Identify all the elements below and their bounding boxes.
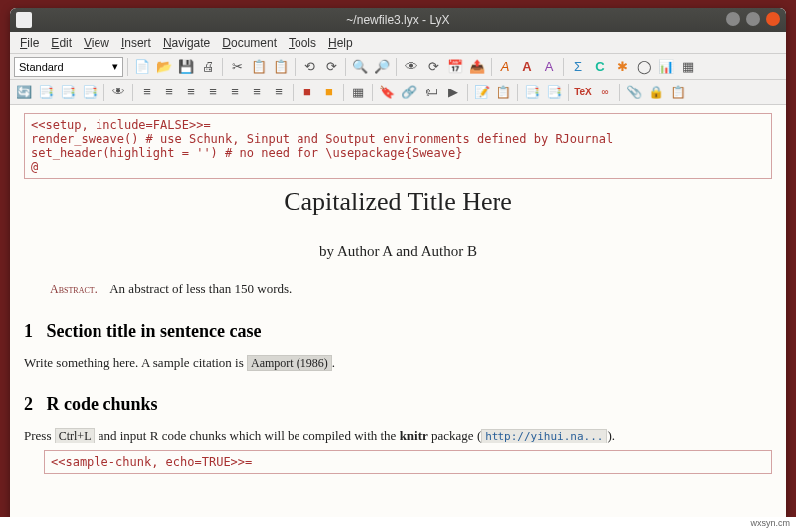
menu-file[interactable]: File	[14, 34, 45, 52]
doc-icon[interactable]: 📑	[544, 83, 564, 102]
view-icon[interactable]: 👁	[401, 57, 421, 77]
paragraph-style-select[interactable]: Standard ▾	[14, 57, 123, 77]
table-icon[interactable]: ▦	[678, 57, 697, 77]
text: Write something here. A sample citation …	[24, 355, 247, 370]
window-title: ~/newfile3.lyx - LyX	[346, 13, 449, 27]
menu-edit[interactable]: Edit	[45, 34, 78, 52]
list-icon[interactable]: ≡	[181, 83, 201, 102]
style-label: Standard	[19, 61, 64, 73]
undo-icon[interactable]: ⟲	[299, 57, 319, 77]
separator	[396, 58, 397, 76]
new-doc-icon[interactable]: 📄	[132, 57, 152, 77]
export-icon[interactable]: 📤	[467, 57, 487, 77]
box-icon[interactable]: ■	[298, 83, 317, 102]
minimize-button[interactable]	[726, 12, 740, 26]
menubar: File Edit View Insert Navigate Document …	[10, 32, 786, 54]
tool-icon[interactable]: 📑	[80, 83, 100, 102]
section-1-heading[interactable]: 1 Section title in sentence case	[24, 321, 772, 342]
maximize-button[interactable]	[746, 12, 760, 26]
open-icon[interactable]: 📂	[154, 57, 174, 77]
list-icon[interactable]: ≡	[269, 83, 289, 102]
toolbar-row-2: 🔄 📑 📑 📑 👁 ≡ ≡ ≡ ≡ ≡ ≡ ≡ ■ ■ ▦ 🔖 🔗 🏷 ▶ 📝 …	[10, 80, 786, 105]
save-icon[interactable]: 💾	[176, 57, 196, 77]
box-icon[interactable]: ■	[319, 83, 339, 102]
note-icon[interactable]: 📋	[494, 83, 513, 102]
find-icon[interactable]: 🔍	[350, 57, 370, 77]
source-icon[interactable]: ∞	[595, 83, 615, 102]
separator	[343, 84, 344, 101]
find-replace-icon[interactable]: 🔎	[372, 57, 392, 77]
clip-icon[interactable]: 📎	[624, 83, 644, 102]
document-title[interactable]: Capitalized Title Here	[24, 187, 772, 217]
app-window: ~/newfile3.lyx - LyX File Edit View Inse…	[10, 8, 786, 520]
doc-icon[interactable]: 📑	[522, 83, 542, 102]
label-icon[interactable]: ◯	[634, 57, 654, 77]
document-area[interactable]: <<setup, include=FALSE>>= render_sweave(…	[10, 105, 786, 520]
separator	[293, 84, 294, 101]
footnote-icon[interactable]: ✱	[612, 57, 632, 77]
text: .	[332, 355, 335, 370]
abstract-text: An abstract of less than 150 words.	[109, 281, 292, 296]
menu-view[interactable]: View	[78, 34, 115, 52]
tool-icon[interactable]: 📑	[58, 83, 78, 102]
url-inset[interactable]: http://yihui.na...	[481, 429, 607, 443]
paragraph-1[interactable]: Write something here. A sample citation …	[24, 354, 772, 372]
abstract-label: Abstract.	[50, 282, 98, 296]
copy-icon[interactable]: 📋	[249, 57, 269, 77]
section-2-heading[interactable]: 2 R code chunks	[24, 394, 772, 415]
menu-document[interactable]: Document	[216, 34, 283, 52]
paragraph-2[interactable]: Press Ctrl+L and input R code chunks whi…	[24, 427, 772, 444]
menu-tools[interactable]: Tools	[283, 34, 322, 52]
link-icon[interactable]: 🔗	[399, 83, 419, 102]
arrow-icon[interactable]: ▶	[443, 83, 463, 102]
menu-insert[interactable]: Insert	[115, 34, 157, 52]
separator	[467, 84, 468, 101]
separator	[103, 84, 104, 101]
note-icon[interactable]: 📝	[472, 83, 492, 102]
separator	[132, 84, 133, 101]
cite-icon[interactable]: C	[590, 57, 610, 77]
math-icon[interactable]: Σ	[568, 57, 588, 77]
tool-icon[interactable]: 📑	[36, 83, 56, 102]
menu-help[interactable]: Help	[322, 34, 359, 52]
list-icon[interactable]: ≡	[247, 83, 267, 102]
tex-icon[interactable]: TeX	[573, 83, 593, 102]
author-line[interactable]: by Author A and Author B	[24, 243, 772, 260]
outline-icon[interactable]: 👁	[108, 83, 128, 102]
section-number: 2	[24, 394, 33, 414]
ref-icon[interactable]: 🔖	[377, 83, 397, 102]
graphics-icon[interactable]: 📊	[656, 57, 676, 77]
list-icon[interactable]: ≡	[203, 83, 223, 102]
paste-icon[interactable]: 📋	[271, 57, 291, 77]
list-icon[interactable]: ≡	[225, 83, 245, 102]
keystroke-inset[interactable]: Ctrl+L	[55, 428, 96, 443]
code-chunk-sample[interactable]: <<sample-chunk, echo=TRUE>>=	[44, 450, 772, 474]
noun-icon[interactable]: A	[539, 57, 559, 77]
code-chunk-setup[interactable]: <<setup, include=FALSE>>= render_sweave(…	[24, 113, 772, 179]
emph-icon[interactable]: A	[496, 57, 515, 77]
text: and input R code chunks which will be co…	[95, 428, 399, 443]
nav-icon[interactable]: 📅	[445, 57, 465, 77]
bold-icon[interactable]: A	[517, 57, 537, 77]
cut-icon[interactable]: ✂	[227, 57, 247, 77]
separator	[568, 84, 569, 101]
abstract[interactable]: Abstract. An abstract of less than 150 w…	[50, 281, 772, 297]
refresh-icon[interactable]: ⟳	[423, 57, 443, 77]
tag-icon[interactable]: 🏷	[421, 83, 441, 102]
float-icon[interactable]: ▦	[348, 83, 368, 102]
redo-icon[interactable]: ⟳	[321, 57, 341, 77]
list-icon[interactable]: ≡	[159, 83, 179, 102]
text: package (	[428, 428, 481, 443]
list-icon[interactable]: ≡	[137, 83, 157, 102]
lock-icon[interactable]: 🔒	[646, 83, 666, 102]
tool-icon[interactable]: 🔄	[14, 83, 34, 102]
text: Press	[24, 428, 55, 443]
close-button[interactable]	[766, 12, 780, 26]
separator	[619, 84, 620, 101]
misc-icon[interactable]: 📋	[668, 83, 688, 102]
citation-inset[interactable]: Aamport (1986)	[247, 355, 332, 371]
menu-navigate[interactable]: Navigate	[157, 34, 216, 52]
print-icon[interactable]: 🖨	[198, 57, 218, 77]
separator	[517, 84, 518, 101]
section-title: R code chunks	[47, 394, 158, 414]
